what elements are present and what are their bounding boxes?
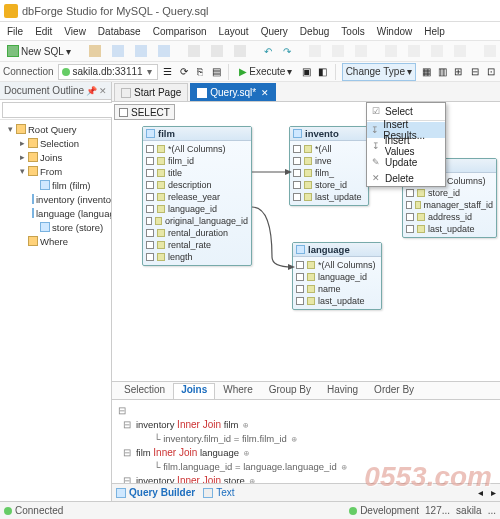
- column-item[interactable]: manager_staff_id: [406, 199, 493, 211]
- ctx-delete[interactable]: ✕Delete: [367, 170, 445, 186]
- column-checkbox[interactable]: [293, 145, 301, 153]
- column-checkbox[interactable]: [146, 229, 154, 237]
- column-item[interactable]: rental_duration: [146, 227, 248, 239]
- join-head[interactable]: ⊟ film Inner Join language ⊕: [118, 446, 494, 460]
- menu-layout[interactable]: Layout: [214, 25, 254, 38]
- column-checkbox[interactable]: [293, 193, 301, 201]
- join-head[interactable]: ⊟ inventory Inner Join film ⊕: [118, 418, 494, 432]
- undo-button[interactable]: ↶: [260, 42, 276, 60]
- ct-ico-2[interactable]: ▥: [436, 65, 448, 79]
- ltab-selection[interactable]: Selection: [116, 383, 173, 399]
- column-checkbox[interactable]: [293, 157, 301, 165]
- execute-button[interactable]: ▶Execute▾: [235, 63, 296, 81]
- column-item[interactable]: title: [146, 167, 248, 179]
- column-item[interactable]: film_id: [146, 155, 248, 167]
- column-checkbox[interactable]: [406, 225, 414, 233]
- column-item[interactable]: store_id: [293, 179, 365, 191]
- tool-btn-6[interactable]: [207, 42, 227, 60]
- tool-btn-8[interactable]: [305, 42, 325, 60]
- column-checkbox[interactable]: [146, 157, 154, 165]
- ct-ico-4[interactable]: ⊟: [469, 65, 481, 79]
- column-checkbox[interactable]: [146, 217, 152, 225]
- ctx-insert-values[interactable]: ↧Insert Values: [367, 138, 445, 154]
- tool-btn-14[interactable]: [450, 42, 470, 60]
- view-nav-left[interactable]: ◂: [478, 487, 483, 498]
- tree-from-inventory[interactable]: inventory (inventory): [0, 192, 111, 206]
- tool-btn-11[interactable]: [381, 42, 401, 60]
- column-checkbox[interactable]: [296, 273, 304, 281]
- menu-tools[interactable]: Tools: [336, 25, 369, 38]
- menu-view[interactable]: View: [59, 25, 91, 38]
- connection-combo[interactable]: sakila.db:33111▾: [58, 64, 158, 80]
- tool-btn-9[interactable]: [328, 42, 348, 60]
- column-checkbox[interactable]: [146, 145, 154, 153]
- column-checkbox[interactable]: [146, 253, 154, 261]
- column-checkbox[interactable]: [406, 213, 414, 221]
- column-item[interactable]: release_year: [146, 191, 248, 203]
- tree-root[interactable]: ▾Root Query: [0, 122, 111, 136]
- conn-ico-4[interactable]: ▤: [210, 65, 222, 79]
- join-clause[interactable]: └ film.language_id = language.language_i…: [118, 460, 494, 474]
- join-clause[interactable]: └ inventory.film_id = film.film_id ⊕: [118, 432, 494, 446]
- column-item[interactable]: rental_rate: [146, 239, 248, 251]
- conn-ico-1[interactable]: ☰: [162, 65, 174, 79]
- table-film[interactable]: film *(All Columns)film_idtitledescripti…: [142, 126, 252, 266]
- tree-from-store[interactable]: store (store): [0, 220, 111, 234]
- column-item[interactable]: original_language_id: [146, 215, 248, 227]
- column-checkbox[interactable]: [146, 169, 154, 177]
- tree-joins[interactable]: ▸Joins: [0, 150, 111, 164]
- exec-ico-2[interactable]: ◧: [317, 65, 329, 79]
- column-item[interactable]: *(All Columns): [296, 259, 378, 271]
- conn-ico-2[interactable]: ⟳: [178, 65, 190, 79]
- tree-where[interactable]: Where: [0, 234, 111, 248]
- menu-comparison[interactable]: Comparison: [148, 25, 212, 38]
- change-type-button[interactable]: Change Type▾: [342, 63, 416, 81]
- select-badge[interactable]: SELECT: [114, 104, 175, 120]
- column-item[interactable]: *(All Columns): [146, 143, 248, 155]
- column-item[interactable]: last_update: [296, 295, 378, 307]
- ctx-select[interactable]: ☑Select: [367, 103, 445, 119]
- menu-query[interactable]: Query: [256, 25, 293, 38]
- tool-btn-4[interactable]: [154, 42, 174, 60]
- column-item[interactable]: *(All: [293, 143, 365, 155]
- column-checkbox[interactable]: [406, 201, 412, 209]
- join-head[interactable]: ⊟ inventory Inner Join store ⊕: [118, 474, 494, 483]
- menu-debug[interactable]: Debug: [295, 25, 334, 38]
- tree-from-film[interactable]: film (film): [0, 178, 111, 192]
- tool-btn-12[interactable]: [404, 42, 424, 60]
- diagram-canvas[interactable]: SELECT film *(All Columns)film_idtitlede…: [112, 102, 500, 381]
- column-checkbox[interactable]: [296, 285, 304, 293]
- tab-start-page[interactable]: Start Page: [114, 83, 188, 101]
- redo-button[interactable]: ↷: [279, 42, 295, 60]
- ct-ico-1[interactable]: ▦: [420, 65, 432, 79]
- outline-close-icon[interactable]: ✕: [99, 86, 107, 96]
- ct-ico-5[interactable]: ⊡: [485, 65, 497, 79]
- tool-btn-13[interactable]: [427, 42, 447, 60]
- column-item[interactable]: address_id: [406, 211, 493, 223]
- column-checkbox[interactable]: [296, 261, 304, 269]
- tab-query[interactable]: Query.sql*✕: [190, 83, 276, 101]
- column-item[interactable]: last_update: [293, 191, 365, 203]
- column-checkbox[interactable]: [293, 181, 301, 189]
- tool-btn-15[interactable]: [480, 42, 500, 60]
- column-checkbox[interactable]: [146, 193, 154, 201]
- tool-btn-10[interactable]: [351, 42, 371, 60]
- tool-btn-3[interactable]: [131, 42, 151, 60]
- column-item[interactable]: inve: [293, 155, 365, 167]
- tool-btn-1[interactable]: [85, 42, 105, 60]
- tool-btn-2[interactable]: [108, 42, 128, 60]
- exec-ico-1[interactable]: ▣: [300, 65, 312, 79]
- ltab-joins[interactable]: Joins: [173, 383, 215, 399]
- tab-close-icon[interactable]: ✕: [261, 88, 269, 98]
- view-text[interactable]: Text: [203, 487, 234, 498]
- view-query-builder[interactable]: Query Builder: [116, 487, 195, 498]
- joins-root[interactable]: ⊟: [118, 404, 494, 418]
- column-item[interactable]: language_id: [296, 271, 378, 283]
- new-sql-button[interactable]: New SQL▾: [3, 42, 75, 60]
- ltab-where[interactable]: Where: [215, 383, 260, 399]
- menu-file[interactable]: File: [2, 25, 28, 38]
- ltab-orderby[interactable]: Order By: [366, 383, 422, 399]
- column-checkbox[interactable]: [406, 189, 414, 197]
- column-checkbox[interactable]: [293, 169, 301, 177]
- column-item[interactable]: description: [146, 179, 248, 191]
